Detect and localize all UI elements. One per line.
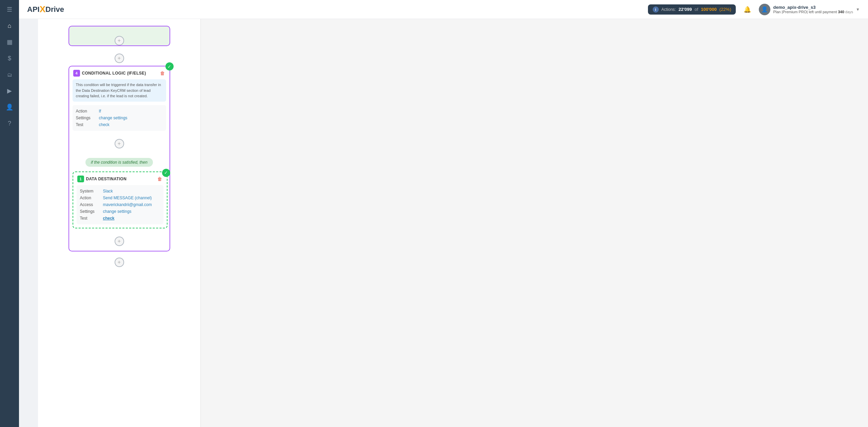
grid-icon: ▦: [7, 38, 13, 46]
user-name: demo_apix-drive_s3: [773, 5, 853, 10]
field-row-settings: Settings change settings: [76, 115, 163, 121]
dd-test-value[interactable]: check: [103, 216, 115, 221]
dd-field-row-access: Access maverickandrii@gmail.com: [80, 201, 160, 208]
sidebar-item-tasks[interactable]: 🗂: [3, 68, 16, 81]
actions-count: 22'099: [678, 7, 692, 12]
delete-data-dest-button[interactable]: 🗑: [157, 176, 163, 182]
dd-settings-label: Settings: [80, 209, 100, 214]
inner-add-row-top: +: [69, 134, 170, 153]
conditional-block-description: This condition will be triggered if the …: [73, 79, 166, 102]
user-plan: Plan |Premium PRO| left until payment 34…: [773, 10, 853, 14]
data-dest-block-fields: System Slack Action Send MESSAGE (channe…: [77, 185, 163, 224]
delete-conditional-button[interactable]: 🗑: [159, 70, 165, 77]
dd-field-row-test: Test check: [80, 215, 160, 222]
action-field-label: Action: [76, 109, 96, 114]
actions-pct: (22%): [719, 7, 731, 12]
top-partial-block: +: [68, 26, 170, 46]
check-icon-conditional: ✓: [165, 62, 174, 70]
condition-banner: if the condition is satisfied, then: [85, 158, 153, 167]
conditional-block-header: 4 CONDITIONAL LOGIC (IF/ELSE) 🗑: [69, 66, 170, 79]
flow-canvas: + + ✓ 4 CONDITIONAL LOGIC (IF/ELSE) 🗑 Th…: [38, 19, 201, 427]
briefcase-icon: 🗂: [7, 72, 12, 78]
dollar-icon: $: [8, 55, 11, 62]
sidebar-item-video[interactable]: ▶: [3, 84, 16, 98]
dd-action-value: Send MESSAGE (channel): [103, 196, 152, 200]
right-panel: [201, 19, 868, 427]
logo-drive: Drive: [45, 5, 64, 14]
data-dest-block-header: 1 DATA DESTINATION 🗑: [73, 172, 167, 185]
sidebar-item-help[interactable]: ?: [3, 117, 16, 130]
add-button-bottom[interactable]: +: [115, 258, 124, 267]
plan-days: 340: [838, 10, 844, 14]
user-icon: 👤: [6, 103, 13, 111]
inner-add-row-bottom: +: [69, 232, 170, 251]
user-info: demo_apix-drive_s3 Plan |Premium PRO| le…: [773, 5, 853, 14]
condition-banner-row: if the condition is satisfied, then: [69, 153, 170, 171]
chevron-down-icon: ▼: [856, 7, 860, 12]
actions-badge: i Actions: 22'099 of 100'000 (22%): [648, 4, 736, 15]
user-section[interactable]: 👤 demo_apix-drive_s3 Plan |Premium PRO| …: [759, 4, 860, 15]
help-icon: ?: [8, 120, 11, 127]
avatar: 👤: [759, 4, 770, 15]
dd-system-value: Slack: [103, 189, 113, 194]
field-row-test: Test check: [76, 121, 163, 128]
logo-x: X: [40, 4, 45, 15]
main: + + ✓ 4 CONDITIONAL LOGIC (IF/ELSE) 🗑 Th…: [38, 19, 868, 427]
hamburger-icon: ☰: [7, 6, 12, 13]
outer-add-row-bottom: +: [45, 255, 194, 270]
logo: APIXDrive: [27, 4, 64, 15]
dd-settings-value[interactable]: change settings: [103, 209, 132, 214]
dd-system-label: System: [80, 189, 100, 194]
add-button-inside-top[interactable]: +: [115, 139, 124, 148]
settings-field-value[interactable]: change settings: [99, 116, 127, 120]
home-icon: ⌂: [8, 22, 12, 29]
dd-access-value: maverickandrii@gmail.com: [103, 202, 152, 207]
plan-days-label: days: [845, 10, 853, 14]
dd-field-row-settings: Settings change settings: [80, 208, 160, 215]
add-button-connector-1[interactable]: +: [115, 54, 124, 63]
video-icon: ▶: [7, 87, 12, 95]
block-number-4: 4: [73, 70, 80, 77]
dd-access-label: Access: [80, 202, 100, 207]
actions-of: of: [694, 7, 698, 12]
conditional-block-fields: Action If Settings change settings Test …: [73, 105, 166, 131]
block-number-1: 1: [77, 176, 84, 182]
test-field-value[interactable]: check: [99, 122, 110, 127]
plan-text: Plan |Premium PRO| left until payment: [773, 10, 837, 14]
sidebar-menu-icon[interactable]: ☰: [4, 4, 15, 15]
data-destination-block: ✓ 1 DATA DESTINATION 🗑 System Slack Acti…: [73, 171, 167, 228]
data-dest-block-title: DATA DESTINATION: [86, 177, 155, 181]
action-field-value: If: [99, 109, 101, 114]
dd-field-row-action: Action Send MESSAGE (channel): [80, 195, 160, 201]
conditional-block-title: CONDITIONAL LOGIC (IF/ELSE): [82, 71, 157, 76]
check-icon-data-dest: ✓: [162, 169, 170, 177]
add-button-inside-bottom[interactable]: +: [115, 237, 124, 246]
sidebar: ☰ ⌂ ▦ $ 🗂 ▶ 👤 ?: [0, 0, 19, 427]
info-icon: i: [653, 6, 659, 13]
actions-total: 100'000: [701, 7, 716, 12]
header: APIXDrive i Actions: 22'099 of 100'000 (…: [19, 0, 868, 19]
sidebar-item-home[interactable]: ⌂: [3, 19, 16, 33]
notifications-button[interactable]: 🔔: [741, 3, 753, 16]
test-field-label: Test: [76, 122, 96, 127]
flow-container: + + ✓ 4 CONDITIONAL LOGIC (IF/ELSE) 🗑 Th…: [38, 26, 200, 273]
conditional-logic-block: ✓ 4 CONDITIONAL LOGIC (IF/ELSE) 🗑 This c…: [68, 66, 170, 251]
dd-test-label: Test: [80, 216, 100, 221]
actions-label: Actions:: [662, 7, 676, 12]
field-row-action: Action If: [76, 108, 163, 115]
settings-field-label: Settings: [76, 116, 96, 120]
add-button-top[interactable]: +: [115, 36, 124, 45]
logo-api: API: [27, 5, 40, 14]
sidebar-item-grid[interactable]: ▦: [3, 35, 16, 49]
sidebar-item-user[interactable]: 👤: [3, 100, 16, 114]
sidebar-item-billing[interactable]: $: [3, 52, 16, 65]
dd-action-label: Action: [80, 196, 100, 200]
dd-field-row-system: System Slack: [80, 188, 160, 195]
